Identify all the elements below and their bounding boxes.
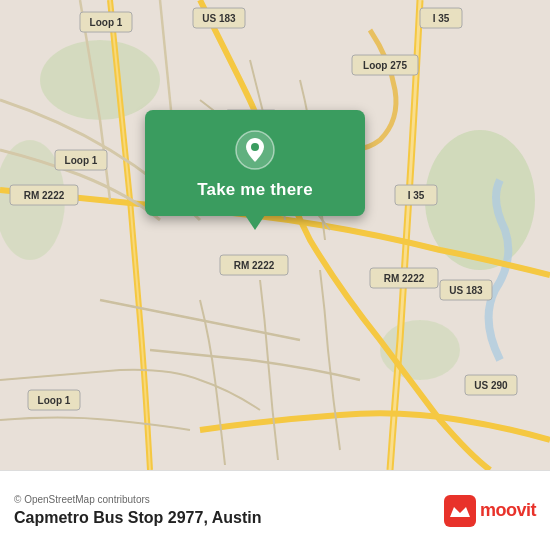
map-attribution: © OpenStreetMap contributors	[14, 494, 444, 505]
svg-text:RM 2222: RM 2222	[234, 260, 275, 271]
svg-text:I 35: I 35	[433, 13, 450, 24]
map-container[interactable]: Loop 1 US 183 I 35 Loop 275 Loop 1 US 18…	[0, 0, 550, 470]
svg-point-4	[380, 320, 460, 380]
moovit-logo: moovit	[444, 495, 536, 527]
svg-text:I 35: I 35	[408, 190, 425, 201]
take-me-there-button[interactable]: Take me there	[197, 180, 313, 200]
svg-text:Loop 1: Loop 1	[38, 395, 71, 406]
svg-text:Loop 275: Loop 275	[363, 60, 407, 71]
location-pin-icon	[235, 130, 275, 170]
location-title: Capmetro Bus Stop 2977, Austin	[14, 509, 444, 527]
svg-rect-33	[444, 495, 476, 527]
moovit-logo-icon	[444, 495, 476, 527]
info-bar: © OpenStreetMap contributors Capmetro Bu…	[0, 470, 550, 550]
svg-text:RM 2222: RM 2222	[24, 190, 65, 201]
svg-text:Loop 1: Loop 1	[65, 155, 98, 166]
svg-text:US 183: US 183	[449, 285, 483, 296]
svg-text:Loop 1: Loop 1	[90, 17, 123, 28]
svg-text:US 183: US 183	[202, 13, 236, 24]
navigation-popup[interactable]: Take me there	[145, 110, 365, 216]
svg-text:US 290: US 290	[474, 380, 508, 391]
moovit-text: moovit	[480, 500, 536, 521]
svg-point-2	[40, 40, 160, 120]
svg-point-32	[251, 143, 259, 151]
svg-text:RM 2222: RM 2222	[384, 273, 425, 284]
info-text-block: © OpenStreetMap contributors Capmetro Bu…	[14, 494, 444, 527]
